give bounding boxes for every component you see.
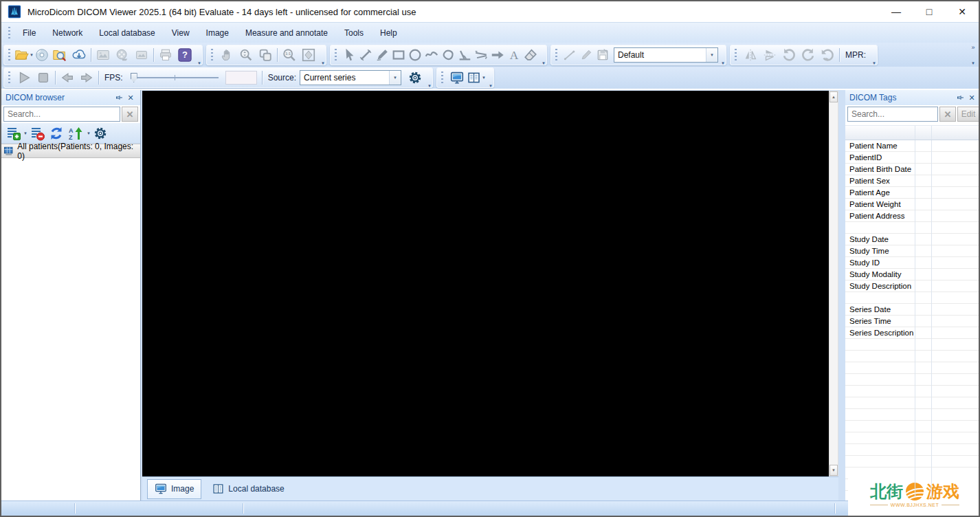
- maximize-button[interactable]: □: [913, 1, 946, 22]
- panel-splitter[interactable]: [838, 90, 845, 500]
- fps-slider-thumb[interactable]: [131, 73, 137, 82]
- toolbar-options-chevron[interactable]: ▼: [321, 61, 325, 65]
- toolbar-grip[interactable]: [8, 72, 10, 84]
- ellipse-tool-button[interactable]: [407, 46, 423, 64]
- toolbar-options-chevron[interactable]: ▼: [197, 61, 201, 65]
- table-row[interactable]: PatientID: [845, 152, 980, 164]
- table-row[interactable]: Study ID: [845, 257, 980, 269]
- series-layout-button[interactable]: ▼: [467, 69, 486, 87]
- select-tool-button[interactable]: [341, 46, 357, 64]
- angle-tool-button[interactable]: [456, 46, 473, 64]
- toolbar-options-chevron[interactable]: ▼: [427, 84, 432, 88]
- tab-image[interactable]: Image: [147, 479, 201, 499]
- table-row[interactable]: Patient Age: [845, 187, 980, 199]
- full-screen-button[interactable]: [447, 69, 467, 87]
- toolbar-overflow[interactable]: » ▼: [969, 44, 977, 65]
- toolbar-grip[interactable]: [735, 49, 737, 61]
- scrollbar-down-button[interactable]: ▼: [829, 465, 838, 476]
- browser-search-clear-button[interactable]: ✕: [122, 107, 138, 122]
- menu-item[interactable]: Image: [198, 25, 237, 41]
- table-row[interactable]: Patient Birth Date: [845, 164, 980, 175]
- table-row[interactable]: Patient Sex: [845, 175, 980, 187]
- playback-settings-button[interactable]: [405, 69, 425, 87]
- table-row[interactable]: [845, 292, 980, 304]
- menu-item[interactable]: Network: [44, 25, 91, 41]
- column-divider[interactable]: [915, 126, 915, 140]
- open-cd-button[interactable]: [34, 46, 50, 64]
- measure-line-button[interactable]: [357, 46, 374, 64]
- help-button[interactable]: ?: [175, 46, 194, 64]
- eraser-tool-button[interactable]: [522, 46, 539, 64]
- pin-icon[interactable]: [955, 92, 966, 103]
- overflow-chevron-icon[interactable]: ▼: [971, 61, 975, 65]
- toolbar-grip[interactable]: [211, 49, 213, 61]
- table-row[interactable]: Study Description: [845, 280, 980, 292]
- dropdown-arrow-icon[interactable]: ▼: [389, 71, 401, 85]
- refresh-button[interactable]: [47, 124, 66, 142]
- add-to-database-button[interactable]: [3, 124, 22, 142]
- menu-item[interactable]: Local database: [91, 25, 163, 41]
- cobb-angle-button[interactable]: [473, 46, 489, 64]
- browser-search-input[interactable]: [3, 107, 120, 122]
- tags-search-clear-button[interactable]: ✕: [939, 107, 956, 122]
- menu-grip[interactable]: [8, 27, 10, 39]
- menu-item[interactable]: Measure and annotate: [237, 25, 336, 41]
- source-select[interactable]: Current series ▼: [300, 70, 401, 85]
- table-row[interactable]: Study Modality: [845, 269, 980, 280]
- image-vertical-scrollbar[interactable]: ▲ ▼: [829, 91, 838, 476]
- table-row[interactable]: Patient Name: [845, 140, 980, 152]
- table-row[interactable]: Study Time: [845, 245, 980, 257]
- tags-table-header[interactable]: [845, 125, 980, 140]
- sort-button[interactable]: AZ: [67, 124, 85, 142]
- add-dropdown-caret[interactable]: ▼: [23, 131, 27, 135]
- fps-value-box[interactable]: [225, 71, 257, 85]
- table-row[interactable]: Series Time: [845, 316, 980, 327]
- overflow-icon[interactable]: »: [971, 44, 975, 51]
- table-row[interactable]: [845, 222, 980, 234]
- table-row[interactable]: Series Description: [845, 327, 980, 339]
- menu-item[interactable]: File: [14, 25, 44, 41]
- toolbar-grip[interactable]: [441, 72, 443, 84]
- text-tool-button[interactable]: A: [506, 46, 522, 64]
- download-button[interactable]: [69, 46, 89, 64]
- menu-item[interactable]: View: [164, 25, 198, 41]
- rectangle-tool-button[interactable]: [390, 46, 407, 64]
- toolbar-options-chevron[interactable]: ▼: [721, 61, 725, 65]
- close-panel-icon[interactable]: ✕: [966, 92, 977, 103]
- pin-icon[interactable]: [114, 92, 125, 103]
- close-button[interactable]: ✕: [946, 1, 979, 22]
- table-row[interactable]: Series Date: [845, 304, 980, 316]
- scan-folder-button[interactable]: [50, 46, 69, 64]
- menu-item[interactable]: Help: [372, 25, 405, 41]
- toolbar-grip[interactable]: [8, 49, 10, 61]
- open-file-button[interactable]: ▼: [14, 46, 34, 64]
- column-divider[interactable]: [931, 126, 932, 140]
- sort-dropdown-caret[interactable]: ▼: [87, 131, 91, 135]
- freehand-draw-button[interactable]: [374, 46, 390, 64]
- table-row[interactable]: Patient Address: [845, 210, 980, 222]
- closed-polygon-button[interactable]: [440, 46, 456, 64]
- toolbar-options-chevron[interactable]: ▼: [489, 84, 493, 88]
- all-patients-tree-item[interactable]: All patients(Patients: 0, Images: 0): [1, 144, 140, 158]
- open-polygon-button[interactable]: [423, 46, 440, 64]
- image-viewport[interactable]: [142, 91, 829, 476]
- toolbar-options-chevron[interactable]: ▼: [872, 61, 876, 65]
- toolbar-options-chevron[interactable]: ▼: [542, 61, 546, 65]
- edit-tag-button[interactable]: Edit: [957, 107, 979, 122]
- table-row[interactable]: Patient Weight: [845, 199, 980, 210]
- toolbar-grip[interactable]: [555, 49, 557, 61]
- close-panel-icon[interactable]: ✕: [125, 92, 136, 103]
- scrollbar-up-button[interactable]: ▲: [829, 91, 838, 102]
- layout-dropdown-caret[interactable]: ▼: [482, 76, 486, 80]
- arrow-tool-button[interactable]: [489, 46, 506, 64]
- fps-slider[interactable]: [129, 70, 220, 85]
- annotation-preset-select[interactable]: Default ▼: [614, 47, 718, 63]
- browser-settings-button[interactable]: [91, 124, 110, 142]
- dropdown-arrow-icon[interactable]: ▼: [706, 48, 717, 62]
- menu-item[interactable]: Tools: [336, 25, 372, 41]
- remove-from-database-button[interactable]: [28, 124, 47, 142]
- toolbar-grip[interactable]: [335, 49, 337, 61]
- tab-local-database[interactable]: Local database: [205, 479, 291, 499]
- table-row[interactable]: Study Date: [845, 234, 980, 245]
- tags-search-input[interactable]: [847, 107, 938, 122]
